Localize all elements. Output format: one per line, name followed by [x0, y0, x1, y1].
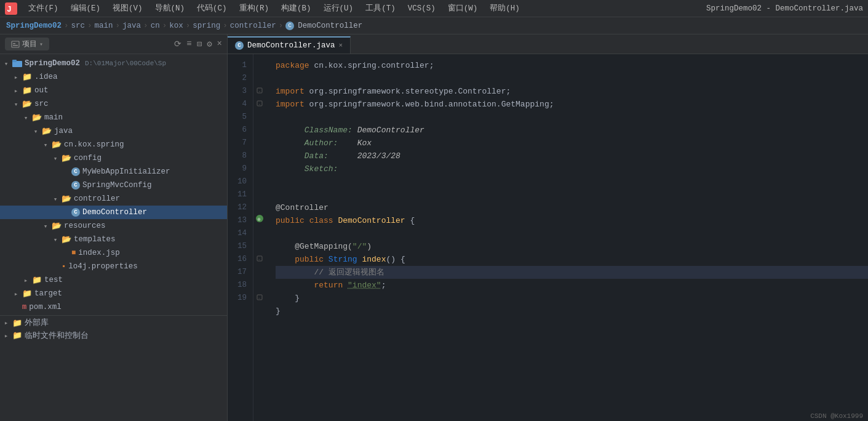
- menu-tools[interactable]: 工具(T): [360, 2, 400, 15]
- line-numbers: 1 2 3 4 5 6 7 8 9 10 11 12 13 14 15 16 1…: [228, 54, 253, 421]
- breadcrumb-src[interactable]: src: [71, 22, 86, 30]
- extlib-folder-icon: 📁: [12, 318, 22, 328]
- tree-item-extlib[interactable]: 📁 外部库: [0, 315, 227, 329]
- tree-item-idea[interactable]: 📁 .idea: [0, 70, 227, 84]
- scratch-folder-icon: 📁: [12, 331, 22, 340]
- tree-item-config[interactable]: 📂 config: [0, 151, 227, 165]
- line-num-14: 14: [228, 227, 247, 240]
- menu-file[interactable]: 文件(F): [23, 2, 63, 15]
- breadcrumb-bar: SpringDemo02 › src › main › java › cn › …: [0, 17, 868, 34]
- expand-java[interactable]: [32, 127, 39, 135]
- breadcrumb-class[interactable]: DemoController: [298, 22, 362, 30]
- controller-label: controller: [74, 194, 120, 203]
- config-folder-icon: 📂: [62, 153, 71, 163]
- sidebar-dropdown-icon[interactable]: ▾: [39, 41, 43, 48]
- sync-icon[interactable]: ⟳: [174, 39, 181, 49]
- breadcrumb-project[interactable]: SpringDemo02: [6, 22, 62, 30]
- code-line-2: [276, 72, 868, 85]
- menu-run[interactable]: 运行(U): [319, 2, 359, 15]
- fold-marker-18[interactable]: -: [257, 292, 263, 305]
- expand-controller[interactable]: [52, 195, 59, 203]
- menu-refactor[interactable]: 重构(R): [234, 2, 274, 15]
- line-num-6: 6: [228, 124, 247, 137]
- menu-vcs[interactable]: VCS(S): [403, 3, 440, 14]
- tree-item-package[interactable]: 📂 cn.kox.spring: [0, 138, 227, 151]
- tree-item-out[interactable]: 📁 out: [0, 84, 227, 97]
- breadcrumb-main[interactable]: main: [95, 22, 113, 30]
- fold-marker-4[interactable]: -: [257, 98, 263, 111]
- tree-item-pomxml[interactable]: m pom.xml: [0, 300, 227, 314]
- code-line-15: @GetMapping("/"): [276, 240, 868, 253]
- menu-view[interactable]: 视图(V): [108, 2, 148, 15]
- tree-item-lo4j[interactable]: ▪ lo4j.properties: [0, 260, 227, 273]
- resources-label: resources: [64, 222, 106, 230]
- menu-window[interactable]: 窗口(W): [443, 2, 483, 15]
- breadcrumb-spring[interactable]: spring: [193, 22, 220, 30]
- sidebar-title[interactable]: 项目 ▾: [5, 38, 49, 50]
- hide-icon[interactable]: ⊟: [197, 39, 202, 49]
- tree-item-springmvcconfig[interactable]: C SpringMvcConfig: [0, 178, 227, 192]
- editor-area: C DemoController.java × 1 2 3 4 5 6 7 8 …: [228, 34, 868, 421]
- settings-icon[interactable]: ⚙: [207, 39, 212, 49]
- expand-package[interactable]: [42, 141, 49, 149]
- breadcrumb-java[interactable]: java: [122, 22, 141, 30]
- expand-target[interactable]: [12, 290, 20, 298]
- expand-src[interactable]: [12, 100, 20, 108]
- main-folder-icon: 📂: [32, 113, 42, 122]
- expand-test[interactable]: [22, 276, 30, 284]
- menu-help[interactable]: 帮助(H): [485, 2, 525, 15]
- tree-item-main[interactable]: 📂 main: [0, 111, 227, 124]
- jsp-file-icon: ■: [71, 249, 76, 257]
- tab-close-button[interactable]: ×: [339, 42, 343, 49]
- menu-code[interactable]: 代码(C): [192, 2, 232, 15]
- bean-marker[interactable]: ⊙: [255, 214, 264, 227]
- java-file-icon-2: C: [71, 181, 80, 190]
- collapse-icon[interactable]: ≡: [186, 39, 191, 49]
- code-line-14: [276, 227, 868, 240]
- line-num-17: 17: [228, 266, 247, 279]
- prop-file-icon: ▪: [62, 262, 66, 271]
- code-line-16: public String index() {: [276, 253, 868, 266]
- tree-item-controller[interactable]: 📂 controller: [0, 192, 227, 206]
- tree-item-target[interactable]: 📁 target: [0, 287, 227, 300]
- menu-edit[interactable]: 编辑(E): [66, 2, 106, 15]
- expand-scratch[interactable]: [2, 332, 10, 340]
- tree-item-root[interactable]: SpringDemo02 D:\01Major\00Code\Sp: [0, 57, 227, 70]
- breadcrumb-controller[interactable]: controller: [230, 22, 276, 30]
- tree-item-resources[interactable]: 📂 resources: [0, 219, 227, 233]
- tree-item-mywebapp[interactable]: C MyWebAppInitializer: [0, 165, 227, 178]
- tree-item-templates[interactable]: 📂 templates: [0, 233, 227, 246]
- expand-root[interactable]: [2, 60, 10, 68]
- status-bar: CSDN @Kox1999: [805, 411, 868, 421]
- menu-navigate[interactable]: 导航(N): [150, 2, 190, 15]
- expand-idea[interactable]: [12, 73, 20, 81]
- file-tree[interactable]: SpringDemo02 D:\01Major\00Code\Sp 📁 .ide…: [0, 54, 227, 421]
- tree-item-test[interactable]: 📁 test: [0, 273, 227, 287]
- main-label: main: [44, 113, 63, 122]
- breadcrumb-cn[interactable]: cn: [151, 22, 160, 30]
- expand-templates[interactable]: [52, 236, 59, 244]
- expand-config[interactable]: [52, 154, 59, 162]
- expand-out[interactable]: [12, 87, 20, 95]
- close-icon[interactable]: ×: [217, 39, 222, 49]
- tree-item-scratch[interactable]: 📁 临时文件和控制台: [0, 329, 227, 342]
- tree-item-java[interactable]: 📂 java: [0, 124, 227, 138]
- code-line-13: public class DemoController {: [276, 214, 868, 227]
- java-file-icon-3: C: [71, 208, 80, 217]
- tree-item-src[interactable]: 📂 src: [0, 97, 227, 111]
- project-icon: [11, 40, 20, 49]
- expand-extlib[interactable]: [2, 319, 10, 327]
- fold-marker-15[interactable]: -: [257, 253, 263, 266]
- expand-main[interactable]: [22, 114, 30, 122]
- code-content[interactable]: package cn.kox.spring.controller; import…: [266, 54, 868, 421]
- indexjsp-label: index.jsp: [78, 249, 120, 257]
- breadcrumb-kox[interactable]: kox: [169, 22, 183, 30]
- code-line-7: Author: Kox: [276, 137, 868, 150]
- fold-marker-3[interactable]: -: [257, 85, 263, 98]
- democontroller-label: DemoController: [82, 208, 147, 217]
- tree-item-indexjsp[interactable]: ■ index.jsp: [0, 246, 227, 260]
- menu-build[interactable]: 构建(B): [276, 2, 316, 15]
- expand-resources[interactable]: [42, 222, 49, 230]
- tree-item-democontroller[interactable]: C DemoController: [0, 206, 227, 219]
- tab-democontroller[interactable]: C DemoController.java ×: [228, 36, 351, 54]
